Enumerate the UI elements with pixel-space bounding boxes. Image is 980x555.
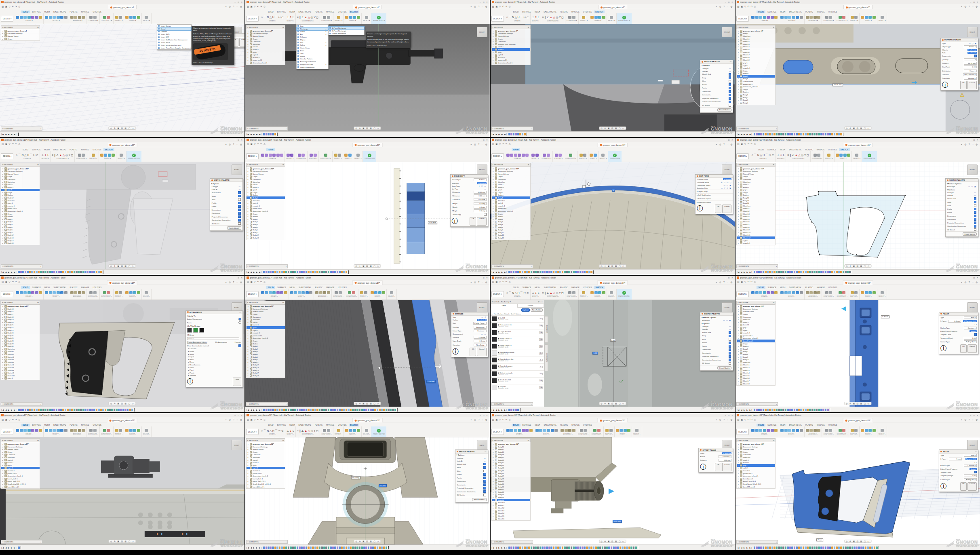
appearance-category[interactable]: ▸ Concrete (186, 348, 242, 350)
navigation-bar[interactable]: ◎ ✛ ▣ ▤ ▦ ▢ ◇ (109, 127, 136, 130)
appearance-category[interactable]: ▸ Mirror (186, 361, 242, 364)
comment-bubble-icon[interactable]: ◖ (285, 128, 287, 130)
tool-icon[interactable]: ⌒ (508, 291, 511, 295)
tool-icon[interactable] (92, 154, 95, 157)
browser-tree-item[interactable]: ▸Bodies (247, 194, 285, 197)
timeline-position-marker[interactable] (879, 546, 879, 549)
timeline-feature-icon[interactable] (827, 409, 829, 411)
timeline-feature-icon[interactable] (548, 271, 550, 273)
timeline-feature-icon[interactable] (586, 547, 588, 549)
tool-icon[interactable]: ○ (506, 291, 508, 295)
gear-icon[interactable]: ⚙ (528, 439, 529, 441)
browser-tree-item[interactable]: ▸Body4 (492, 226, 530, 229)
browser-tree-item[interactable]: ▸barrel:1 (247, 461, 285, 464)
palette-row[interactable]: Points (210, 205, 242, 208)
tool-icon[interactable]: ∠ (546, 15, 549, 19)
browser-tree[interactable]: ▾gnomon_gun_demo v19*▸Document Settings▸… (736, 305, 776, 386)
timeline-feature-icon[interactable] (36, 271, 38, 273)
browser-tree-item[interactable]: ▸Sketch4 (737, 371, 775, 374)
tool-icon[interactable]: ∠ (792, 153, 794, 157)
tool-icon[interactable]: N (512, 15, 514, 19)
tab-surface[interactable]: SURFACE (521, 11, 533, 13)
timeline-feature-icon[interactable] (270, 271, 272, 273)
dialog-select[interactable]: New Body (474, 344, 487, 346)
timeline-feature-icon[interactable] (381, 409, 383, 411)
browser-tree-item[interactable]: ▸dimension_check:1 (247, 337, 285, 340)
tool-icon[interactable] (338, 154, 341, 157)
browser-tree[interactable]: ▾gnomon_gun_demo v10*▸Document Settings▸… (246, 167, 285, 240)
timeline-feature-icon[interactable] (272, 271, 274, 273)
tool-icon[interactable] (510, 429, 513, 432)
tool-icon[interactable] (60, 291, 63, 294)
tab-sketch[interactable]: SKETCH (349, 424, 360, 426)
tab-manage[interactable]: MANAGE (570, 11, 581, 13)
tool-icon[interactable] (20, 291, 23, 294)
tool-icon[interactable] (827, 154, 830, 157)
dialog-input[interactable]: 0.0 deg (474, 206, 487, 209)
palette-checkbox[interactable] (238, 212, 241, 215)
account-extension-icons[interactable]: + ◎ ? ◌ ◍ (716, 5, 733, 8)
timeline-feature-icon[interactable] (818, 409, 820, 411)
tool-icon[interactable]: ◎ (311, 429, 313, 433)
timeline-feature-icon[interactable] (266, 547, 268, 549)
tool-icon[interactable] (357, 429, 360, 432)
navigation-bar[interactable]: ◎ ✛ ▣ ▤ ▦ ▢ ◇ (109, 402, 136, 405)
tool-icon[interactable] (514, 429, 517, 432)
tool-icon[interactable] (817, 291, 820, 294)
browser-tree-item[interactable]: ▸Sketch2 (737, 210, 775, 213)
timeline-feature-icon[interactable] (288, 547, 290, 549)
tool-icon[interactable] (57, 16, 60, 19)
tool-icon[interactable] (100, 154, 103, 157)
browser-tree-item[interactable]: ▸Document Settings (247, 308, 285, 310)
timeline-feature-icon[interactable] (22, 409, 24, 411)
document-tab[interactable]: gnomon_gun_demo v10* (107, 143, 137, 147)
timeline-feature-icon[interactable] (758, 409, 760, 411)
timeline-feature-icon[interactable] (87, 409, 89, 411)
browser-tree-item[interactable]: ▸Body11 (1, 231, 40, 234)
dialog-row[interactable]: Y Angle0.0 deg (451, 205, 488, 209)
ribbon-group-label[interactable]: INSPECT ▾ (115, 19, 122, 21)
browser-tree-item[interactable]: ▸Bodies (737, 345, 775, 348)
browser-tree-item[interactable]: ▸grip:1 (247, 189, 285, 192)
browser-tree-item[interactable]: ▸dimension_check:1 (1, 475, 40, 477)
browser-tree-item[interactable]: ▸Document Settings (1, 445, 40, 448)
browser-tree-item[interactable]: ▸Sketch5 (1, 361, 40, 364)
timeline-feature-icon[interactable] (89, 271, 91, 273)
tool-icon[interactable]: ∠ (301, 429, 303, 433)
browser-tree-item[interactable]: ▸grip:1 (1, 464, 40, 467)
palette-checkbox[interactable] (974, 201, 977, 204)
browser-tree[interactable]: ▾gnomon_gun_demo v3*▸Body3▸Sketches▸Sket… (736, 29, 776, 105)
ok-button[interactable]: OK (960, 344, 967, 353)
canvas-viewport[interactable]: « BROWSER⚙▾gnomon_gun_demo v27*▸Document… (0, 437, 244, 544)
palette-checkbox[interactable] (729, 101, 731, 103)
tool-icon[interactable] (525, 154, 529, 157)
palette-row[interactable]: Slice (455, 469, 488, 473)
browser-tree-item[interactable]: ▸Origin (737, 70, 775, 72)
file-save-undo-icons[interactable]: ▤ ▣ ▽ ↶ ↷ ⎙ (247, 281, 266, 283)
tool-icon[interactable] (881, 291, 884, 294)
document-tab[interactable]: gnomon_gun_demo v27* (107, 418, 137, 422)
browser-tree[interactable]: ▾gnomon_gun_demo v32*▸Document Settings▸… (246, 442, 285, 489)
browser-tree-item[interactable]: ▸sight:1 (737, 239, 775, 242)
ok-button[interactable]: OK (960, 81, 967, 89)
timeline-playback-controls[interactable]: |◀ ◀ ▶ ▶ ▶| (737, 133, 752, 135)
tool-icon[interactable]: ⊂ (527, 291, 529, 295)
timeline-feature-icon[interactable] (845, 547, 847, 549)
ribbon-group-label[interactable]: SELECT ▾ (143, 19, 150, 21)
view-cube[interactable]: FRONT (722, 27, 732, 37)
document-tab[interactable]: gnomon_gun_demo v17* (107, 281, 137, 285)
tab-manage[interactable]: MANAGE (815, 424, 826, 426)
tool-icon[interactable] (365, 16, 368, 19)
tool-icon[interactable] (371, 291, 374, 294)
data-panel-header[interactable]: Team hub - Kia Turvey ▾⟳ ◌ × (491, 300, 544, 304)
timeline-feature-icon[interactable] (537, 547, 539, 549)
menu-item[interactable]: Insert SVG (157, 33, 191, 36)
ribbon-group-label[interactable]: CONSTRUCT ▾ (591, 433, 602, 435)
tool-icon[interactable]: Y (804, 153, 806, 157)
browser-tree-item[interactable]: ▸Sketch6 (737, 221, 775, 224)
menu-item[interactable]: Rectangular Pattern (297, 60, 328, 63)
browser-tree-item[interactable]: ▸power cell:1 (737, 83, 775, 86)
cancel-button[interactable]: Cancel (967, 482, 977, 491)
timeline-feature-icon[interactable] (263, 271, 265, 273)
palette-row-icons[interactable]: ▭ (729, 70, 731, 72)
